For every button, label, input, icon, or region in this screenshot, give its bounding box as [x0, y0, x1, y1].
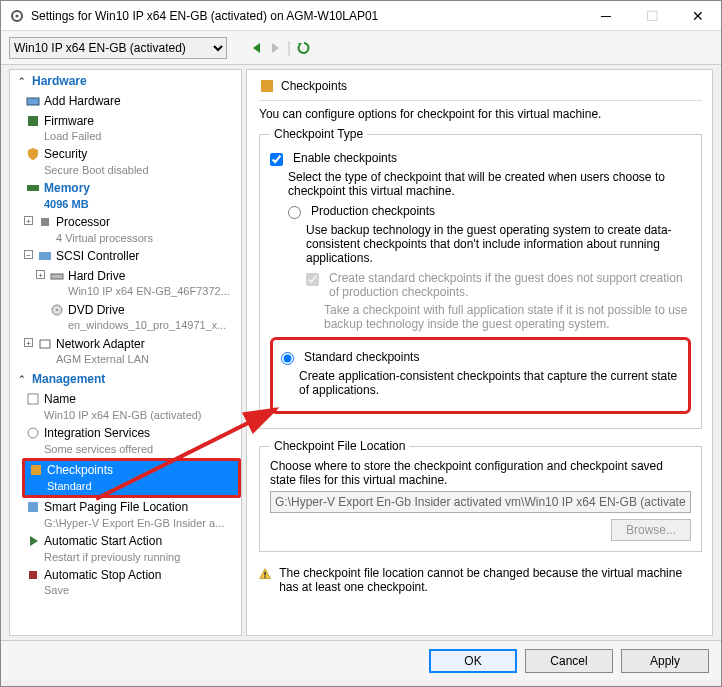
tree-scsi[interactable]: − SCSI Controller [10, 247, 241, 267]
integration-icon [26, 426, 40, 440]
collapse-icon[interactable]: − [24, 250, 33, 259]
warning-text: The checkpoint file location cannot be c… [279, 566, 702, 594]
tree-autostart[interactable]: Automatic Start Action Restart if previo… [10, 532, 241, 566]
hard-drive-icon [50, 269, 64, 283]
enable-checkpoints-label[interactable]: Enable checkpoints [293, 151, 397, 165]
svg-rect-14 [28, 394, 38, 404]
autostart-icon [26, 534, 40, 548]
expand-icon[interactable]: + [24, 338, 33, 347]
svg-rect-16 [31, 465, 41, 475]
svg-rect-20 [261, 80, 273, 92]
production-label[interactable]: Production checkpoints [311, 204, 435, 218]
type-select-desc: Select the type of checkpoint that will … [288, 170, 691, 198]
svg-rect-13 [40, 340, 50, 348]
dialog-footer: OK Cancel Apply [1, 640, 721, 680]
svg-rect-8 [41, 218, 49, 226]
panel-intro: You can configure options for checkpoint… [259, 107, 702, 121]
svg-rect-7 [27, 185, 39, 191]
browse-button: Browse... [611, 519, 691, 541]
section-hardware[interactable]: ⌃Hardware [10, 70, 241, 92]
autostop-icon [26, 568, 40, 582]
production-radio[interactable] [288, 206, 301, 219]
section-management[interactable]: ⌃Management [10, 368, 241, 390]
expand-icon[interactable]: + [36, 270, 45, 279]
standard-radio[interactable] [281, 352, 294, 365]
memory-icon [26, 181, 40, 195]
checkpoint-location-group: Checkpoint File Location Choose where to… [259, 439, 702, 552]
title-bar: Settings for Win10 IP x64 EN-GB (activat… [1, 1, 721, 31]
vm-selector[interactable]: Win10 IP x64 EN-GB (activated) [9, 37, 227, 59]
tree-smartpaging[interactable]: Smart Paging File Location G:\Hyper-V Ex… [10, 498, 241, 532]
svg-rect-19 [29, 571, 37, 579]
name-icon [26, 392, 40, 406]
expand-icon[interactable]: + [24, 216, 33, 225]
location-desc: Choose where to store the checkpoint con… [270, 459, 691, 487]
standard-label[interactable]: Standard checkpoints [304, 350, 419, 364]
svg-point-12 [56, 309, 58, 311]
settings-tree[interactable]: ⌃Hardware Add Hardware Firmware Load Fai… [9, 69, 242, 636]
panel-title: Checkpoints [259, 78, 702, 101]
window-title: Settings for Win10 IP x64 EN-GB (activat… [31, 9, 583, 23]
scsi-icon [38, 249, 52, 263]
tree-processor[interactable]: + Processor 4 Virtual processors [10, 213, 241, 247]
tree-autostop[interactable]: Automatic Stop Action Save [10, 566, 241, 600]
location-path-input [270, 491, 691, 513]
checkpoint-type-group: Checkpoint Type Enable checkpoints Selec… [259, 127, 702, 429]
warning-row: The checkpoint file location cannot be c… [259, 566, 702, 594]
ok-button[interactable]: OK [429, 649, 517, 673]
checkpoints-icon [259, 78, 275, 94]
nav-back-icon[interactable] [251, 42, 263, 54]
checkpoints-icon [29, 463, 43, 477]
firmware-icon [26, 114, 40, 128]
tree-checkpoints[interactable]: Checkpoints Standard [22, 458, 241, 498]
svg-point-15 [28, 428, 38, 438]
checkpoints-panel: Checkpoints You can configure options fo… [246, 69, 713, 636]
network-icon [38, 337, 52, 351]
dvd-icon [50, 303, 64, 317]
fallback-checkbox [306, 273, 319, 286]
minimize-button[interactable]: ─ [583, 1, 629, 31]
tree-security[interactable]: Security Secure Boot disabled [10, 145, 241, 179]
svg-marker-3 [272, 43, 279, 53]
standard-highlight: Standard checkpoints Create application-… [270, 337, 691, 414]
security-icon [26, 147, 40, 161]
location-legend: Checkpoint File Location [270, 439, 409, 453]
checkpoint-type-legend: Checkpoint Type [270, 127, 367, 141]
fallback-desc: Take a checkpoint with full application … [324, 303, 691, 331]
maximize-button[interactable]: ☐ [629, 1, 675, 31]
processor-icon [38, 215, 52, 229]
nav-fwd-icon[interactable] [269, 42, 281, 54]
toolbar: Win10 IP x64 EN-GB (activated) | [1, 31, 721, 65]
add-hardware-icon [26, 94, 40, 108]
smartpaging-icon [26, 500, 40, 514]
tree-dvd[interactable]: DVD Drive en_windows_10_pro_14971_x... [10, 301, 241, 335]
svg-rect-6 [28, 116, 38, 126]
tree-name[interactable]: Name Win10 IP x64 EN-GB (activated) [10, 390, 241, 424]
svg-rect-22 [264, 572, 266, 576]
standard-desc: Create application-consistent checkpoint… [299, 369, 680, 397]
production-desc: Use backup technology in the guest opera… [306, 223, 691, 265]
warning-icon [259, 566, 271, 582]
tree-memory[interactable]: Memory 4096 MB [10, 179, 241, 213]
tree-integration[interactable]: Integration Services Some services offer… [10, 424, 241, 458]
svg-rect-9 [39, 252, 51, 260]
svg-marker-2 [253, 43, 260, 53]
refresh-icon[interactable] [297, 41, 311, 55]
tree-hard-drive[interactable]: + Hard Drive Win10 IP x64 EN-GB_46F7372.… [10, 267, 241, 301]
fallback-label: Create standard checkpoints if the guest… [329, 271, 691, 299]
apply-button[interactable]: Apply [621, 649, 709, 673]
tree-network[interactable]: + Network Adapter AGM External LAN [10, 335, 241, 369]
svg-point-1 [16, 14, 19, 17]
svg-rect-10 [51, 274, 63, 279]
svg-rect-17 [28, 502, 38, 512]
svg-marker-18 [30, 536, 38, 546]
cancel-button[interactable]: Cancel [525, 649, 613, 673]
settings-icon [9, 8, 25, 24]
svg-rect-23 [264, 576, 266, 578]
enable-checkpoints-checkbox[interactable] [270, 153, 283, 166]
tree-firmware[interactable]: Firmware Load Failed [10, 112, 241, 146]
svg-rect-5 [27, 98, 39, 105]
close-button[interactable]: ✕ [675, 1, 721, 31]
tree-add-hardware[interactable]: Add Hardware [10, 92, 241, 112]
